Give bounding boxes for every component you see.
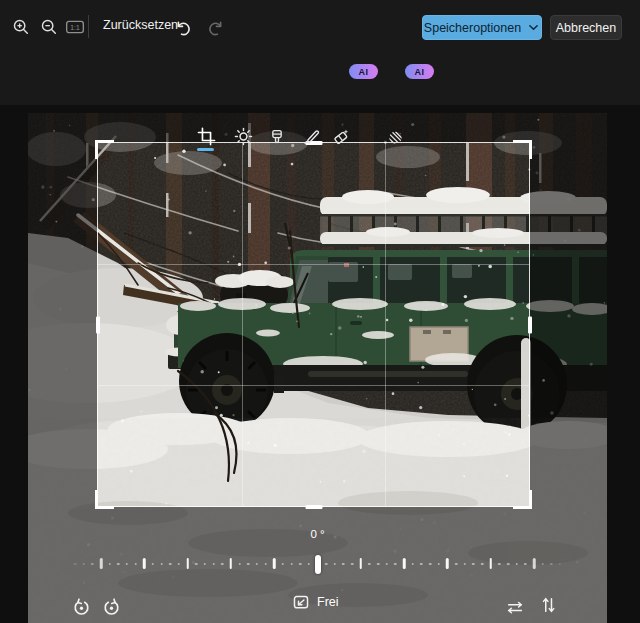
ruler-tick <box>290 563 293 566</box>
ruler-tick <box>420 563 423 566</box>
tab-markup[interactable] <box>294 112 328 148</box>
sun-icon <box>234 127 253 146</box>
crop-frame[interactable] <box>97 142 530 507</box>
flip-vertical-button[interactable] <box>535 592 561 618</box>
ruler-tick <box>74 563 77 566</box>
ruler-tick <box>377 563 380 566</box>
ruler-tick <box>247 563 250 566</box>
aspect-ratio-label: Frei <box>317 595 339 609</box>
grid-line-vertical <box>242 143 243 506</box>
redo-icon <box>207 19 224 36</box>
ruler-tick <box>273 558 276 569</box>
ruler-tick <box>212 563 215 566</box>
ruler-tick <box>82 563 85 566</box>
ruler-tick <box>342 563 345 566</box>
ruler-tick <box>368 563 371 566</box>
ruler-tick <box>541 563 544 566</box>
ruler-tick <box>91 563 94 566</box>
ruler-tick <box>264 563 267 566</box>
aspect-ratio-icon <box>292 593 310 611</box>
rotation-ruler[interactable] <box>28 552 607 576</box>
pen-icon <box>302 127 321 146</box>
ruler-tick <box>204 563 207 566</box>
toolbar-divider <box>88 15 89 38</box>
aspect-ratio-button[interactable]: Frei <box>288 589 343 615</box>
ruler-tick <box>238 563 241 566</box>
tab-background[interactable]: AI <box>384 112 442 148</box>
ruler-tick <box>507 563 510 566</box>
top-toolbar: 1:1 Zurücksetzen Speicheroptionen <box>0 0 640 52</box>
ruler-tick <box>559 563 562 566</box>
ruler-tick <box>256 563 259 566</box>
selected-tab-indicator <box>197 148 214 151</box>
zoom-out-icon <box>40 18 58 36</box>
ruler-tick <box>117 563 120 566</box>
redo-button[interactable] <box>202 14 228 40</box>
tab-crop[interactable] <box>189 112 223 148</box>
save-options-button[interactable]: Speicheroptionen <box>422 15 542 40</box>
crop-handle-top-left[interactable] <box>95 140 114 159</box>
flip-vertical-icon <box>540 595 557 615</box>
crop-handle-bottom[interactable] <box>305 505 322 509</box>
zoom-in-button[interactable] <box>8 14 34 40</box>
ruler-tick <box>394 563 397 566</box>
crop-handle-top-right[interactable] <box>513 140 532 159</box>
ruler-tick <box>134 563 137 566</box>
ruler-tick <box>524 563 527 566</box>
ruler-tick <box>446 558 449 569</box>
rotation-slider-thumb[interactable] <box>315 555 321 574</box>
ruler-tick <box>195 563 198 566</box>
ruler-tick <box>412 563 415 566</box>
ai-badge: AI <box>405 64 434 79</box>
undo-button[interactable] <box>170 14 196 40</box>
rotation-value: 0 ° <box>28 528 607 540</box>
grid-line-horizontal <box>98 385 529 386</box>
ruler-tick <box>160 563 163 566</box>
rotate-left-button[interactable] <box>68 594 94 620</box>
ruler-tick <box>360 558 363 569</box>
ai-badge: AI <box>349 64 378 79</box>
ruler-tick <box>455 563 458 566</box>
crop-handle-bottom-left[interactable] <box>95 490 114 509</box>
tab-erase[interactable]: AI <box>328 112 386 148</box>
crop-icon <box>197 127 216 146</box>
ruler-tick <box>282 563 285 566</box>
background-icon <box>386 127 405 146</box>
ruler-tick <box>186 558 189 569</box>
ruler-tick <box>515 563 518 566</box>
ruler-tick <box>429 563 432 566</box>
ruler-tick <box>463 563 466 566</box>
flip-horizontal-icon <box>505 599 525 616</box>
undo-icon <box>175 19 192 36</box>
rotate-right-button[interactable] <box>98 594 124 620</box>
cancel-button[interactable]: Abbrechen <box>550 15 622 40</box>
zoom-out-button[interactable] <box>36 14 62 40</box>
ruler-tick <box>108 563 111 566</box>
one-to-one-label: 1:1 <box>70 24 80 31</box>
ruler-tick <box>308 563 311 566</box>
chevron-down-icon <box>527 21 540 34</box>
actual-size-button[interactable]: 1:1 <box>62 14 88 40</box>
ruler-tick <box>481 563 484 566</box>
ruler-tick <box>550 563 553 566</box>
ruler-tick <box>437 563 440 566</box>
crop-handle-right[interactable] <box>528 316 532 333</box>
ruler-tick <box>143 558 146 569</box>
tab-light-adjust[interactable] <box>226 112 260 148</box>
save-options-label: Speicheroptionen <box>424 21 521 35</box>
crop-handle-bottom-right[interactable] <box>513 490 532 509</box>
ruler-tick <box>498 563 501 566</box>
editor-canvas: 0 ° <box>0 105 640 623</box>
ruler-tick <box>472 563 475 566</box>
tab-filter[interactable] <box>260 112 294 148</box>
flip-horizontal-button[interactable] <box>502 594 528 620</box>
rotate-right-icon <box>102 598 121 617</box>
crop-handle-left[interactable] <box>96 316 100 333</box>
ruler-tick <box>299 563 302 566</box>
cancel-label: Abbrechen <box>556 21 616 35</box>
ruler-tick <box>178 563 181 566</box>
ruler-tick <box>221 563 224 566</box>
one-to-one-icon: 1:1 <box>65 18 85 36</box>
grid-line-horizontal <box>98 264 529 265</box>
ruler-tick <box>152 563 155 566</box>
